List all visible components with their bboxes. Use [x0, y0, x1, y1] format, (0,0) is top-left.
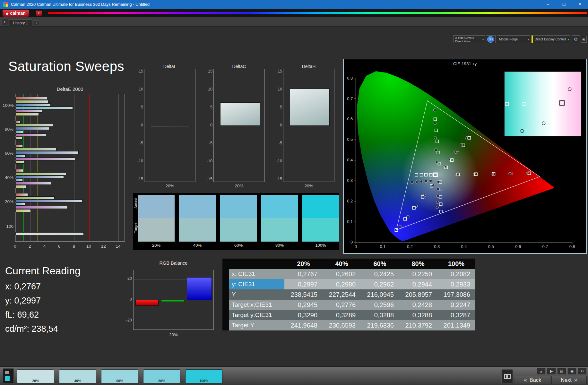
current-reading-x: x: 0,2767 — [5, 282, 41, 292]
print-button[interactable]: ▤ — [557, 368, 566, 375]
table-cell: 0,2767 — [284, 269, 323, 279]
tab-history-1[interactable]: History 1 — [9, 19, 32, 27]
deltaE-bar-blue — [15, 175, 64, 178]
deltaE-bar-yellow — [15, 185, 26, 188]
table-row-label: Y — [229, 289, 284, 300]
deltaE-bar-blue — [15, 151, 79, 154]
meter-count-badge[interactable]: 193 — [486, 35, 496, 43]
calman-logo[interactable]: ◆calman — [3, 10, 29, 17]
deltaE-plot-area — [15, 94, 125, 242]
close-button[interactable]: × — [572, 0, 588, 9]
maximize-button[interactable]: □ — [556, 0, 572, 9]
table-row-label: Target Y — [229, 320, 284, 330]
deltaL-bar — [151, 126, 191, 127]
gridline — [60, 94, 60, 241]
deltaE-bar-red — [15, 193, 28, 196]
deltaE-bar-white — [15, 232, 84, 235]
rgb-bar-green — [161, 300, 184, 302]
deltaE-bar-red — [15, 97, 47, 100]
deltaH-x-label: 20% — [283, 184, 334, 188]
table-row-label: x: CIE31 — [229, 269, 284, 279]
rgb-y-tick: -20 — [125, 318, 132, 322]
record-button[interactable]: ◉ — [567, 368, 576, 375]
table-header: 40% — [323, 259, 361, 269]
deltaL-chart-title: DeltaL — [144, 64, 195, 69]
table-cell: 197,3086 — [437, 289, 475, 300]
next-button[interactable]: Next » — [551, 376, 587, 384]
meter-dropdown[interactable]: X-Rite i1Pro 2 Direct View ▾ — [453, 35, 485, 43]
cie-y-tick: 0,7 — [347, 96, 353, 101]
deltaH-y-tick: 5 — [275, 105, 282, 109]
table-cell: 0,2933 — [437, 279, 475, 289]
panel-toggle-button[interactable]: ▸ — [2, 19, 8, 25]
display-control-dropdown[interactable]: Direct Display Control ▾ — [532, 35, 570, 43]
table-corner — [222, 259, 229, 269]
back-button[interactable]: « Back — [515, 376, 550, 384]
table-cell: 227,2544 — [323, 289, 361, 300]
cie-x-tick: 0,2 — [407, 244, 413, 249]
gridline — [144, 180, 195, 180]
deltaE-group-label: 40% — [3, 175, 13, 180]
back-chevrons-icon: « — [524, 377, 527, 383]
table-strip — [222, 289, 229, 300]
status-button[interactable]: ◉ — [581, 36, 587, 43]
eject-button[interactable]: ▴ — [537, 368, 546, 375]
deltaL-y-tick: -5 — [136, 141, 143, 145]
chevron-down-icon: ▾ — [482, 38, 484, 41]
cie-measured-point — [411, 181, 413, 183]
cie-1931-chart: 00,10,20,30,40,50,60,70,800,10,20,30,40,… — [343, 59, 587, 254]
gridline — [144, 90, 195, 90]
meter-dropdown-line1: X-Rite i1Pro 2 — [455, 36, 480, 40]
rgb-bar-red — [135, 300, 159, 306]
table-cell: 0,2596 — [361, 300, 399, 310]
deltaE-bar-red — [15, 121, 21, 124]
deltaC-plot-area — [213, 69, 265, 182]
deltaH-y-tick: 15 — [275, 69, 282, 73]
rgb-balance-title: RGB Balance — [133, 261, 214, 266]
table-cell: 0,2250 — [399, 269, 437, 279]
table-cell: 0,2247 — [437, 300, 475, 310]
cie-measured-point — [425, 180, 427, 183]
current-reading-y: y: 0,2997 — [5, 296, 41, 306]
deltaE-group-label: 80% — [3, 127, 13, 132]
cie-x-tick: 0,1 — [380, 244, 386, 249]
sync-button[interactable]: ↻ — [578, 368, 587, 375]
deltaE-x-tick: 6 — [58, 244, 61, 249]
gridline — [283, 126, 334, 126]
deltaL-x-label: 20% — [144, 184, 195, 188]
settings-gear-button[interactable]: ⚙ — [572, 35, 580, 43]
table-cell: 0,3290 — [284, 310, 323, 320]
cie-measured-point — [415, 181, 418, 183]
deltaE-group-label: 20% — [3, 199, 13, 204]
gridline — [144, 144, 195, 144]
gridline — [45, 94, 45, 241]
table-strip — [222, 310, 229, 320]
deltaL-y-tick: 15 — [136, 69, 143, 73]
deltaE-bar-blue — [15, 200, 82, 202]
logo-menu-button[interactable]: ▾ — [36, 11, 42, 16]
swatch-column-label: 80% — [261, 243, 298, 248]
calman-logo-icon: ◆ — [6, 12, 8, 15]
deltaL-chart: DeltaL 20% 151050-5-10-15 — [136, 64, 200, 192]
deltaE-x-tick: 4 — [43, 244, 46, 249]
table-cell: 241,9648 — [284, 320, 323, 330]
calman-logo-text: calman — [10, 11, 25, 16]
title-bar: Calman 2020 Calman Ultimate for Business… — [0, 0, 588, 9]
rgb-y-tick: 0 — [125, 297, 132, 302]
actual-row-label: Actual — [134, 198, 138, 209]
target-swatch — [138, 218, 175, 242]
play-button[interactable]: ▶ — [547, 368, 556, 375]
table-cell: 205,8957 — [399, 289, 437, 300]
cie-x-tick: 0,7 — [542, 244, 548, 249]
deltaE-bar-green — [15, 100, 48, 103]
source-dropdown[interactable]: Mobile Forge ▾ — [497, 35, 530, 43]
table-cell: 0,2980 — [323, 279, 361, 289]
deltaE-bar-cyan — [15, 154, 26, 157]
reference-line — [89, 94, 90, 241]
minimize-button[interactable]: – — [540, 0, 556, 9]
deltaE-x-tick: 10 — [86, 244, 91, 249]
table-cell: 210,3792 — [399, 320, 437, 330]
add-tab-button[interactable]: + — [34, 20, 39, 25]
table-cell: 0,2962 — [361, 279, 399, 289]
rainbow-strip — [48, 12, 587, 14]
